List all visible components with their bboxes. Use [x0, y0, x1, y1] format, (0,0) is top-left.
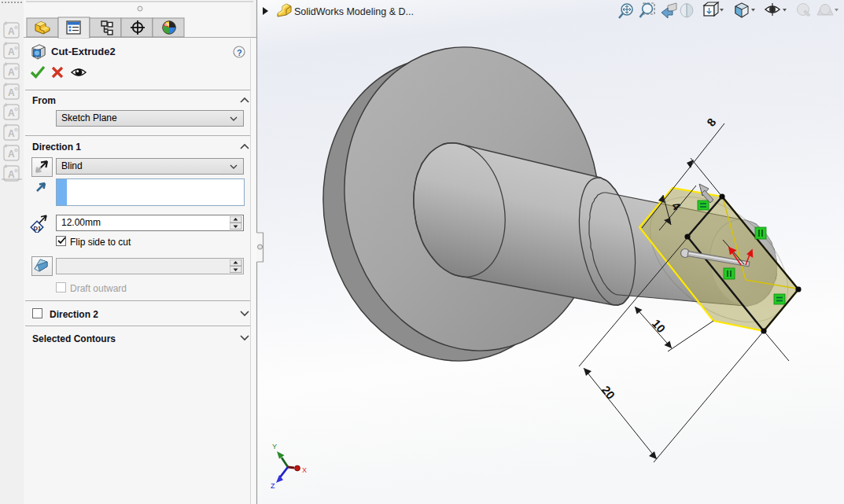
svg-text:Y: Y — [272, 443, 277, 451]
svg-text:SolidWorks Modeling & D...: SolidWorks Modeling & D... — [294, 6, 414, 17]
svg-text:Cut-Extrude2: Cut-Extrude2 — [51, 46, 116, 57]
svg-text:D1: D1 — [34, 225, 42, 232]
svg-text:?: ? — [237, 48, 242, 57]
svg-text:8: 8 — [704, 116, 719, 129]
svg-text:10: 10 — [650, 317, 669, 336]
svg-text:A: A — [8, 26, 15, 37]
svg-text:20: 20 — [599, 383, 618, 402]
svg-text:X: X — [302, 466, 307, 474]
svg-text:Z: Z — [271, 482, 275, 490]
